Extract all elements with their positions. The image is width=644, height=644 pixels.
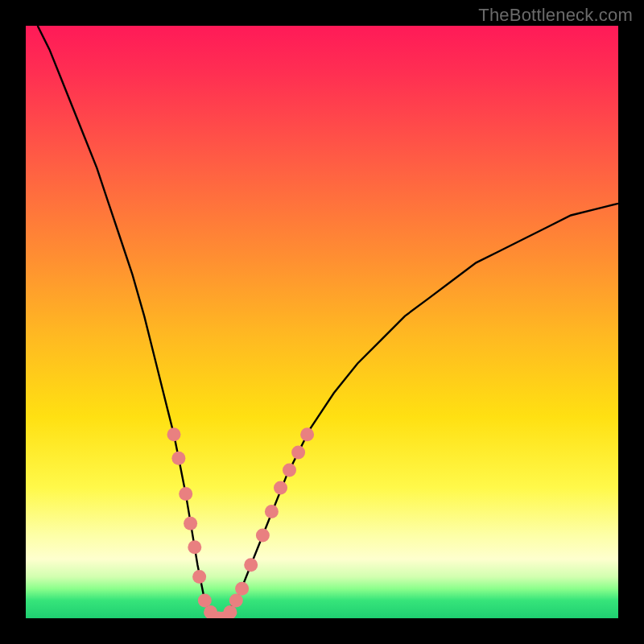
curve-marker	[274, 481, 287, 495]
curve-marker	[256, 529, 270, 543]
curve-marker	[283, 464, 296, 477]
curve-marker	[184, 517, 197, 530]
curve-marker	[265, 505, 279, 518]
chart-frame: TheBottleneck.com	[0, 0, 644, 644]
curve-marker	[291, 445, 305, 459]
curve-marker	[223, 605, 237, 618]
curve-marker	[179, 487, 192, 501]
curve-marker	[188, 540, 201, 554]
curve-marker	[167, 427, 181, 441]
curve-marker	[300, 427, 314, 441]
curve-layer	[26, 26, 618, 618]
curve-marker	[244, 558, 258, 572]
curve-marker	[235, 582, 249, 596]
curve-marker	[229, 593, 243, 607]
curve-marker	[192, 570, 206, 584]
plot-area	[26, 26, 618, 618]
bottleneck-curve	[38, 26, 618, 618]
curve-markers	[167, 427, 315, 618]
watermark-text: TheBottleneck.com	[478, 5, 633, 26]
curve-marker	[198, 593, 212, 607]
curve-marker	[171, 452, 185, 465]
